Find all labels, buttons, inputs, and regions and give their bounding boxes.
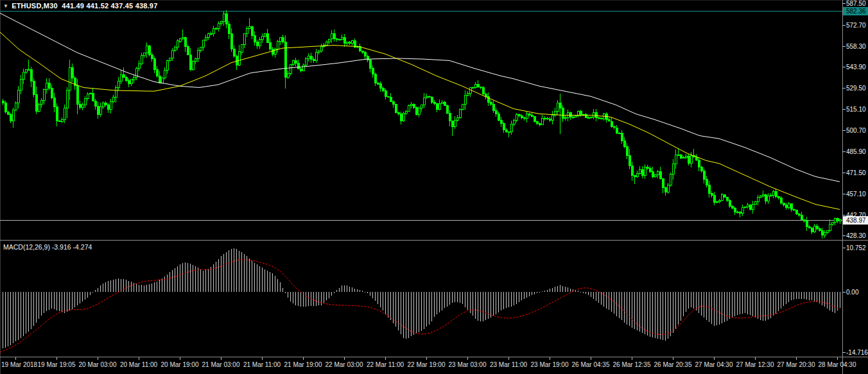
bear-candle bbox=[48, 83, 50, 88]
chevron-down-icon[interactable]: ▼ bbox=[3, 3, 8, 9]
bear-candle bbox=[724, 195, 725, 198]
bear-candle bbox=[518, 115, 520, 116]
bear-candle bbox=[806, 221, 808, 227]
price-tick-mark bbox=[842, 3, 846, 4]
macd-tick-label: 10.752 bbox=[846, 244, 866, 251]
bull-candle bbox=[474, 84, 476, 87]
bull-candle bbox=[826, 231, 828, 232]
macd-tick-mark bbox=[842, 352, 846, 353]
bull-candle bbox=[834, 218, 836, 222]
price-chart-panel[interactable] bbox=[0, 0, 842, 240]
bear-candle bbox=[700, 167, 702, 171]
bear-candle bbox=[228, 24, 230, 34]
price-tick-label: 572.70 bbox=[846, 22, 866, 29]
bull-candle bbox=[667, 185, 669, 192]
bull-candle bbox=[670, 174, 672, 185]
bear-candle bbox=[374, 74, 376, 83]
time-tick-label: 19 Mar 2018 bbox=[1, 361, 37, 368]
symbol-title: ETHUSD,M30 bbox=[12, 2, 58, 10]
bear-candle bbox=[387, 97, 389, 98]
bull-candle bbox=[87, 94, 89, 99]
bull-candle bbox=[557, 103, 559, 112]
macd-tick-label: -14.716 bbox=[846, 349, 868, 356]
bear-candle bbox=[801, 215, 803, 220]
bear-candle bbox=[793, 210, 795, 210]
bear-candle bbox=[711, 193, 713, 195]
bull-candle bbox=[141, 56, 143, 64]
bull-candle bbox=[115, 87, 117, 97]
bear-candle bbox=[379, 84, 381, 88]
bull-candle bbox=[467, 93, 469, 95]
bear-candle bbox=[549, 119, 551, 120]
bear-candle bbox=[107, 105, 109, 109]
macd-signal-line[interactable] bbox=[0, 260, 840, 353]
bear-candle bbox=[785, 205, 787, 208]
bull-candle bbox=[759, 196, 761, 198]
bear-candle bbox=[377, 83, 379, 84]
bull-candle bbox=[315, 53, 317, 61]
bull-candle bbox=[15, 103, 17, 110]
bull-candle bbox=[61, 119, 63, 121]
bull-candle bbox=[202, 40, 204, 47]
candlestick-chart[interactable] bbox=[0, 0, 842, 240]
bear-candle bbox=[333, 34, 335, 39]
bear-candle bbox=[354, 41, 356, 47]
ma-slow-white-line[interactable] bbox=[0, 13, 840, 182]
bull-candle bbox=[102, 103, 104, 106]
bull-candle bbox=[718, 201, 720, 202]
bear-candle bbox=[626, 146, 628, 155]
trading-chart-window: ▼ETHUSD,M30 441.49 441.52 437.45 438.97 … bbox=[0, 0, 868, 374]
macd-chart[interactable] bbox=[0, 241, 842, 357]
bull-candle bbox=[829, 224, 831, 231]
bull-candle bbox=[516, 115, 517, 121]
bear-candle bbox=[726, 197, 728, 200]
bull-candle bbox=[143, 53, 145, 56]
bull-candle bbox=[754, 202, 756, 205]
bull-candle bbox=[351, 41, 353, 43]
bull-candle bbox=[587, 117, 589, 118]
bear-candle bbox=[688, 156, 690, 164]
bear-candle bbox=[485, 94, 487, 96]
bull-candle bbox=[279, 38, 281, 42]
bear-candle bbox=[713, 196, 715, 203]
bear-candle bbox=[544, 118, 546, 119]
bull-candle bbox=[747, 205, 749, 207]
bear-candle bbox=[780, 198, 782, 203]
bull-candle bbox=[205, 37, 207, 40]
bear-candle bbox=[608, 119, 610, 121]
bear-candle bbox=[621, 133, 623, 140]
time-tick-mark bbox=[344, 357, 345, 360]
bear-candle bbox=[495, 111, 497, 114]
bull-candle bbox=[672, 164, 674, 174]
bull-candle bbox=[464, 95, 466, 104]
bull-candle bbox=[200, 47, 202, 51]
bull-candle bbox=[161, 78, 163, 83]
bid-price-label: 438.97 bbox=[843, 216, 868, 225]
bull-candle bbox=[305, 59, 307, 65]
bear-candle bbox=[266, 34, 268, 42]
bear-candle bbox=[505, 130, 507, 132]
bull-candle bbox=[248, 26, 250, 28]
bull-candle bbox=[338, 39, 340, 40]
price-tick-mark bbox=[842, 215, 846, 216]
bear-candle bbox=[641, 170, 643, 176]
bull-candle bbox=[146, 46, 148, 53]
panel-separator[interactable] bbox=[0, 240, 868, 241]
bear-candle bbox=[336, 39, 338, 40]
bear-candle bbox=[611, 121, 612, 126]
bear-candle bbox=[777, 197, 779, 198]
time-tick-mark bbox=[426, 357, 427, 360]
time-tick-label: 22 Mar 19:00 bbox=[408, 361, 446, 368]
time-axis[interactable]: 19 Mar 201819 Mar 19:0520 Mar 03:0020 Ma… bbox=[0, 357, 868, 374]
price-tick-mark bbox=[842, 151, 846, 152]
macd-panel[interactable] bbox=[0, 241, 842, 357]
level-price-label: 582.36 bbox=[843, 7, 868, 15]
time-tick-mark bbox=[303, 357, 304, 360]
bull-candle bbox=[320, 46, 322, 51]
bear-candle bbox=[500, 120, 502, 124]
bull-candle bbox=[593, 112, 595, 117]
time-tick-mark bbox=[837, 357, 838, 360]
time-tick-mark bbox=[591, 357, 591, 360]
symbol-header: ▼ETHUSD,M30 441.49 441.52 437.45 438.97 bbox=[3, 2, 157, 10]
bear-candle bbox=[595, 112, 597, 117]
